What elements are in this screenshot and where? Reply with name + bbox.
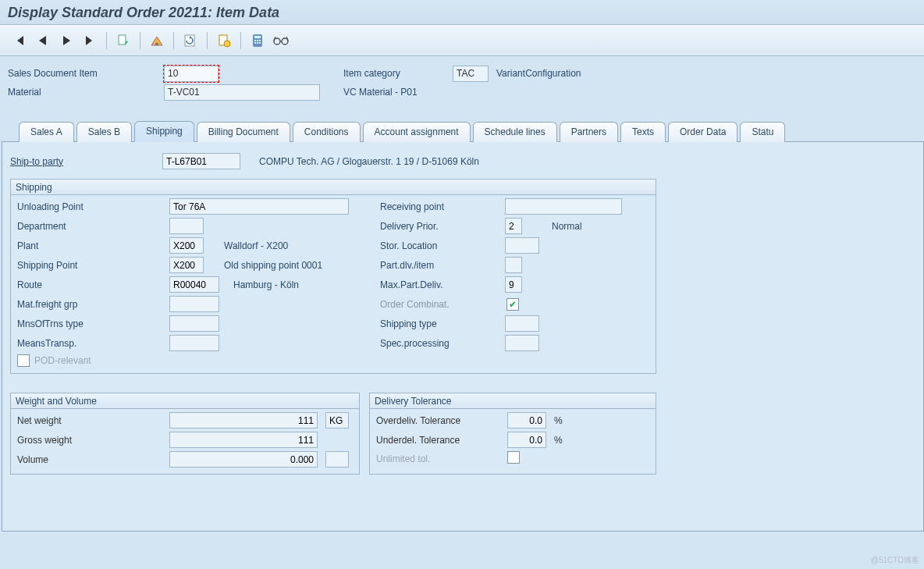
- shipping-group-title: Shipping: [11, 180, 656, 195]
- last-record-button[interactable]: [80, 31, 99, 50]
- overdeliv-tolerance-input[interactable]: [507, 412, 546, 429]
- delivery-prior-label: Delivery Prior.: [380, 221, 505, 232]
- route-input[interactable]: [169, 276, 219, 293]
- means-transp-label: MeansTransp.: [17, 338, 169, 349]
- max-part-deliv-input[interactable]: [505, 276, 522, 293]
- delivery-tolerance-groupbox: Delivery Tolerance Overdeliv. Tolerance …: [369, 393, 656, 475]
- plant-desc: Walldorf - X200: [224, 240, 380, 251]
- weight-volume-title: Weight and Volume: [11, 393, 359, 409]
- first-record-button[interactable]: [10, 31, 29, 50]
- material-input[interactable]: [164, 84, 320, 101]
- item-category-desc: VariantConfiguration: [496, 68, 581, 79]
- unloading-point-input[interactable]: [169, 198, 349, 215]
- svg-rect-1: [155, 43, 158, 45]
- costing-button[interactable]: [248, 31, 267, 50]
- display-document-button[interactable]: [114, 31, 133, 50]
- shipping-groupbox: Shipping Unloading Point Receiving point…: [10, 179, 656, 374]
- tab-texts[interactable]: Texts: [620, 122, 666, 142]
- shipping-tab-panel: Ship-to party COMPU Tech. AG / Glogauers…: [2, 141, 924, 532]
- spec-processing-label: Spec.processing: [380, 338, 505, 349]
- material-label: Material: [8, 87, 164, 98]
- toolbar-separator: [240, 32, 241, 49]
- order-combinat-checkbox[interactable]: [506, 298, 519, 311]
- svg-rect-10: [254, 42, 256, 44]
- tab-billing-document[interactable]: Billing Document: [197, 122, 290, 142]
- volume-unit-input[interactable]: [325, 451, 349, 468]
- stor-location-input[interactable]: [505, 237, 539, 254]
- plant-input[interactable]: [169, 237, 204, 254]
- shipping-type-input[interactable]: [505, 315, 539, 332]
- unlimited-tol-checkbox[interactable]: [507, 451, 520, 464]
- net-weight-unit-input[interactable]: [325, 412, 349, 429]
- volume-label: Volume: [17, 454, 169, 465]
- tab-account-assignment[interactable]: Account assignment: [363, 122, 471, 142]
- department-label: Department: [17, 221, 169, 232]
- toolbar-separator: [207, 32, 208, 49]
- shipping-type-label: Shipping type: [380, 318, 505, 329]
- toolbar-separator: [140, 32, 140, 49]
- ship-to-party-row: Ship-to party COMPU Tech. AG / Glogauers…: [10, 153, 915, 169]
- svg-rect-0: [119, 35, 126, 44]
- delivery-tolerance-title: Delivery Tolerance: [370, 393, 656, 409]
- svg-point-4: [224, 41, 230, 47]
- pod-relevant-checkbox[interactable]: [17, 354, 30, 367]
- mat-freight-grp-label: Mat.freight grp: [17, 299, 169, 310]
- department-input[interactable]: [169, 218, 204, 234]
- gross-weight-label: Gross weight: [17, 435, 169, 446]
- tab-schedule-lines[interactable]: Schedule lines: [473, 122, 557, 142]
- part-dlv-item-input[interactable]: [505, 257, 522, 273]
- gross-weight-input[interactable]: [169, 432, 318, 448]
- tab-shipping[interactable]: Shipping: [134, 121, 194, 142]
- tab-sales-a[interactable]: Sales A: [19, 122, 74, 142]
- ship-to-party-input[interactable]: [162, 153, 240, 169]
- delivery-prior-input[interactable]: [505, 218, 522, 234]
- weight-volume-groupbox: Weight and Volume Net weight Gross weigh…: [10, 393, 360, 475]
- max-part-deliv-label: Max.Part.Deliv.: [380, 279, 505, 290]
- unloading-point-label: Unloading Point: [17, 201, 169, 212]
- sales-doc-item-input[interactable]: [164, 66, 219, 82]
- plant-label: Plant: [17, 240, 169, 251]
- means-transp-input[interactable]: [169, 335, 219, 351]
- tab-sales-b[interactable]: Sales B: [76, 122, 132, 142]
- shipping-point-input[interactable]: [169, 257, 204, 273]
- shipping-point-label: Shipping Point: [17, 260, 169, 271]
- route-desc: Hamburg - Köln: [224, 279, 380, 290]
- title-bar: Display Standard Order 20211: Item Data: [0, 0, 924, 25]
- net-weight-label: Net weight: [17, 415, 169, 426]
- underdel-tolerance-input[interactable]: [507, 432, 546, 448]
- tab-statu[interactable]: Statu: [740, 122, 785, 142]
- svg-rect-11: [257, 42, 258, 44]
- receiving-point-input[interactable]: [505, 198, 622, 215]
- svg-rect-8: [257, 40, 258, 41]
- net-weight-input[interactable]: [169, 412, 318, 429]
- material-desc: VC Material - P01: [343, 87, 418, 98]
- item-category-label: Item category: [343, 68, 453, 79]
- tab-order-data[interactable]: Order Data: [668, 122, 737, 142]
- item-category-input[interactable]: [453, 66, 489, 82]
- svg-rect-6: [254, 36, 261, 38]
- pod-relevant-label: POD-relevant: [34, 355, 91, 366]
- next-record-button[interactable]: [57, 31, 76, 50]
- header-overview-button[interactable]: [147, 31, 166, 50]
- part-dlv-item-label: Part.dlv./item: [380, 260, 505, 271]
- mat-freight-grp-input[interactable]: [169, 296, 219, 312]
- svg-rect-12: [259, 42, 261, 44]
- glasses-view-button[interactable]: [272, 31, 290, 50]
- refresh-button[interactable]: [181, 31, 200, 50]
- configure-item-button[interactable]: [215, 31, 233, 50]
- receiving-point-label: Receiving point: [380, 201, 505, 212]
- tab-conditions[interactable]: Conditions: [293, 122, 361, 142]
- prev-record-button[interactable]: [34, 31, 52, 50]
- volume-input[interactable]: [169, 451, 318, 468]
- header-fields: Sales Document Item Item category Varian…: [0, 56, 924, 101]
- overdeliv-tolerance-label: Overdeliv. Tolerance: [376, 415, 507, 426]
- order-combinat-label: Order Combinat.: [380, 299, 505, 310]
- svg-point-14: [282, 38, 288, 44]
- spec-processing-input[interactable]: [505, 335, 539, 351]
- shipping-point-desc: Old shipping point 0001: [224, 260, 380, 271]
- mns-of-trns-input[interactable]: [169, 315, 219, 332]
- svg-rect-9: [259, 40, 261, 41]
- percent-label-2: %: [554, 435, 570, 446]
- unlimited-tol-label: Unlimited tol.: [376, 453, 507, 464]
- tab-partners[interactable]: Partners: [560, 122, 618, 142]
